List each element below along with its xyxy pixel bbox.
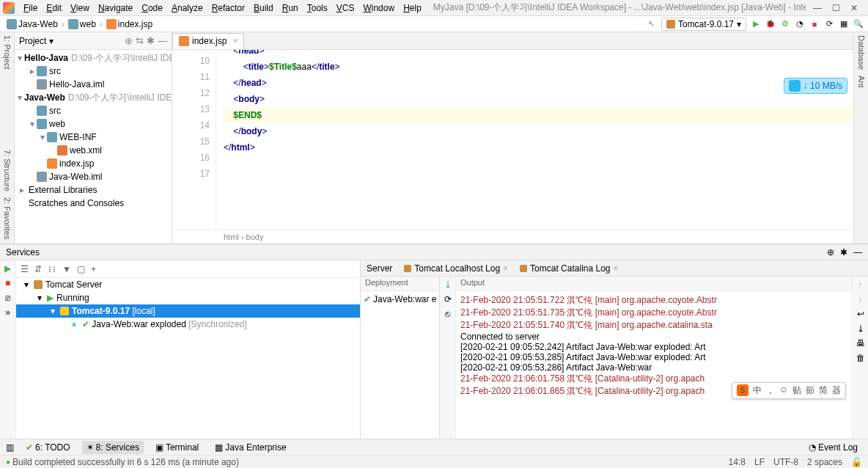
refresh-icon[interactable]: ⟳ [444,294,452,304]
project-tool-button[interactable]: 1: Project [3,35,12,69]
close-button[interactable]: ✕ [850,3,858,13]
search-button[interactable]: 🔍 [853,19,864,29]
encoding[interactable]: UTF-8 [773,457,798,467]
services-running[interactable]: ▾▶Running [16,291,360,304]
services-locate-icon[interactable]: ⊕ [827,247,834,257]
menu-vcs[interactable]: VCS [332,1,359,15]
expand-all-icon[interactable]: ☰ [21,264,29,274]
filter2-icon[interactable]: ▼ [62,264,71,274]
hide-panel-icon[interactable]: — [158,35,167,46]
services-artifact[interactable]: ✶✔ Java-Web:war exploded [Synchronized] [16,318,360,331]
scroll-end-icon[interactable]: ⤓ [857,323,864,334]
menu-code[interactable]: Code [137,1,167,15]
editor-breadcrumb[interactable]: html › body [172,229,853,244]
tree-java-web[interactable]: ▾Java-WebD:\09-个人学习\IntelliJ IDEA Wo [15,91,172,104]
print-icon[interactable]: 🖶 [856,338,865,348]
tab-localhost-log[interactable]: Tomcat Localhost Log× [404,263,508,274]
project-tree[interactable]: ▾Hello-JavaD:\09-个人学习\IntelliJ IDEA Wo▸s… [15,50,172,244]
tree-web[interactable]: ▾web [15,117,172,131]
services-tomcat-server[interactable]: ▾Tomcat Server [16,278,360,291]
structure-tool-button[interactable]: 7: Structure [3,150,12,191]
tab-java-enterprise[interactable]: ▦ Java Enterprise [210,441,290,454]
menu-run[interactable]: Run [278,1,303,15]
menu-view[interactable]: View [66,1,94,15]
tree-webinf[interactable]: ▾WEB-INF [15,131,172,144]
tree-webxml[interactable]: web.xml [15,144,172,157]
tree-indexjsp[interactable]: index.jsp [15,157,172,170]
scroll-down-icon[interactable]: ↓ [858,294,863,304]
deployment-item[interactable]: ✔Java-Web:war e [364,294,436,304]
rerun-icon[interactable]: ▶ [4,263,11,274]
line-ending[interactable]: LF [754,457,765,467]
debug-button[interactable]: 🐞 [765,19,776,29]
minimize-button[interactable]: — [813,3,822,13]
editor-tab-indexjsp[interactable]: index.jsp × [172,33,244,49]
layout-icon[interactable]: ▢ [77,264,85,274]
tab-event-log[interactable]: ◔ Event Log [804,441,862,454]
tab-server[interactable]: Server [367,263,392,274]
soft-wrap-icon[interactable]: ↩ [857,309,864,319]
run-config-selector[interactable]: Tomcat-9.0.17 ▾ [661,18,746,31]
tree-hello-java[interactable]: ▾Hello-JavaD:\09-个人学习\IntelliJ IDEA Wo [15,51,172,65]
services-tree[interactable]: ▾Tomcat Server ▾▶Running ▾Tomcat-9.0.17 … [16,278,360,439]
ant-tool-button[interactable]: Ant [857,76,866,88]
back-nav-icon[interactable]: ↖ [647,19,657,29]
caret-position[interactable]: 14:8 [729,457,746,467]
code-editor[interactable]: 1011121314151617 <head> <title>$Title$aa… [172,50,853,229]
scroll-up-icon[interactable]: ↑ [858,279,863,290]
update-button[interactable]: ⟳ [824,19,834,29]
tree-src[interactable]: ▸src [15,65,172,78]
tab-services[interactable]: ✶ 8: Services [82,441,144,454]
tree-hello-iml[interactable]: Hello-Java.iml [15,78,172,91]
tree-external-libraries[interactable]: ▸External Libraries [15,183,172,197]
menu-tools[interactable]: Tools [303,1,332,15]
breadcrumb-file[interactable]: index.jsp [104,19,155,29]
project-view-selector[interactable]: Project ▾ [19,36,54,46]
filter-icon[interactable]: ⎚ [5,293,10,303]
tab-terminal[interactable]: ▣ Terminal [151,441,203,454]
profile-button[interactable]: ◔ [795,19,805,29]
menu-file[interactable]: File [19,1,42,15]
tab-todo[interactable]: ✔6: TODO [21,441,75,454]
menu-refactor[interactable]: Refactor [207,1,249,15]
menu-help[interactable]: Help [399,1,426,15]
add-icon[interactable]: + [91,264,96,274]
help-icon[interactable]: » [5,307,10,318]
services-settings-icon[interactable]: ✱ [840,247,847,257]
browser-icon[interactable]: ⎋ [445,309,450,319]
services-config[interactable]: ▾Tomcat-9.0.17 [local] [16,304,360,318]
tree-scratches[interactable]: Scratches and Consoles [15,197,172,210]
collapse-all-icon[interactable]: ⇆ [136,35,144,46]
breadcrumb-root[interactable]: Java-Web [4,19,60,29]
stop-icon[interactable]: ■ [5,278,10,288]
tree-javaweb-iml[interactable]: Java-Web.iml [15,170,172,183]
menu-analyze[interactable]: Analyze [167,1,207,15]
group-icon[interactable]: ⫶⫶ [48,264,56,274]
tree-src2[interactable]: src [15,104,172,117]
menu-edit[interactable]: Edit [42,1,66,15]
breadcrumb-web[interactable]: web [66,19,98,29]
clear-icon[interactable]: 🗑 [856,353,865,363]
stop-button[interactable]: ■ [809,19,820,29]
menu-build[interactable]: Build [249,1,278,15]
select-opened-icon[interactable]: ⊕ [125,35,133,46]
indent[interactable]: 2 spaces [807,457,842,467]
favorites-tool-button[interactable]: 2: Favorites [3,197,12,239]
collapse-icon[interactable]: ⇵ [34,264,42,274]
lock-icon[interactable]: 🔓 [851,457,862,467]
menu-window[interactable]: Window [358,1,399,15]
database-tool-button[interactable]: Database [857,35,866,70]
menu-navigate[interactable]: Navigate [94,1,137,15]
ime-toolbar[interactable]: S 中，☺贴節简器 [732,382,846,399]
deploy-icon[interactable]: ⤓ [444,279,452,290]
maximize-button[interactable]: ☐ [832,3,840,13]
settings-icon[interactable]: ✱ [147,35,155,46]
close-tab-icon[interactable]: × [232,36,238,46]
tab-catalina-log[interactable]: Tomcat Catalina Log× [520,263,618,274]
coverage-button[interactable]: ⚙ [780,19,790,29]
tool-window-icon[interactable]: ▥ [6,442,14,453]
run-button[interactable]: ▶ [751,19,761,29]
services-hide-icon[interactable]: — [853,247,862,257]
structure-button[interactable]: ▦ [839,19,849,29]
console-output[interactable]: 21-Feb-2020 21:05:51.722 淇℃伅 [main] org.… [456,291,852,439]
